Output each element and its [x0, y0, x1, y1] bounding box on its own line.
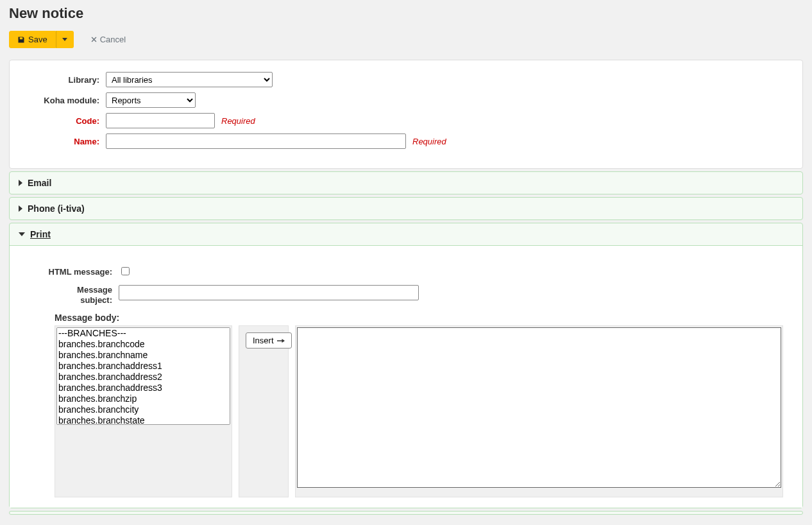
message-body-layout: ---BRANCHES---branches.branchcodebranche…: [55, 325, 783, 497]
accordion-email-header[interactable]: Email: [10, 172, 802, 194]
field-list-option[interactable]: branches.branchstate: [57, 415, 230, 425]
name-required-hint: Required: [412, 137, 446, 146]
insert-button[interactable]: Insert: [246, 332, 292, 349]
field-list-option[interactable]: branches.branchzip: [57, 393, 230, 404]
accordion-email: Email: [9, 171, 803, 194]
library-select[interactable]: All libraries: [106, 72, 273, 87]
close-icon: [90, 36, 97, 43]
field-list-column: ---BRANCHES---branches.branchcodebranche…: [55, 325, 232, 497]
accordion-print-header[interactable]: Print: [10, 223, 802, 245]
cancel-button[interactable]: Cancel: [84, 31, 132, 47]
name-label: Name:: [22, 137, 99, 146]
chevron-right-icon: [19, 180, 22, 186]
chevron-down-icon: [19, 232, 25, 236]
message-body-label: Message body:: [55, 313, 783, 323]
accordion-next-peek: [9, 511, 803, 515]
accordion-phone: Phone (i-tiva): [9, 197, 803, 220]
notice-basic-fieldset: Library: All libraries Koha module: Repo…: [9, 60, 803, 169]
accordion-print: Print HTML message: Message subject: Mes…: [9, 223, 803, 508]
field-list-option[interactable]: branches.branchname: [57, 350, 230, 361]
library-label: Library:: [22, 75, 99, 85]
message-body-textarea[interactable]: [297, 327, 781, 488]
arrow-right-icon: [277, 338, 285, 344]
save-button-label: Save: [28, 35, 47, 44]
name-input[interactable]: [106, 133, 406, 149]
accordion-email-title: Email: [28, 178, 51, 188]
message-subject-label: Message subject:: [29, 285, 112, 305]
code-required-hint: Required: [221, 116, 255, 126]
field-list-option[interactable]: branches.branchcity: [57, 404, 230, 415]
code-label: Code:: [22, 116, 99, 126]
accordion-phone-title: Phone (i-tiva): [28, 203, 85, 214]
body-text-column: [295, 325, 783, 497]
field-list-option[interactable]: ---BRANCHES---: [57, 328, 230, 339]
html-message-label: HTML message:: [29, 265, 112, 277]
module-label: Koha module:: [22, 96, 99, 105]
field-list-option[interactable]: branches.branchaddress3: [57, 383, 230, 393]
html-message-checkbox[interactable]: [121, 267, 130, 275]
save-button-group: Save: [9, 31, 74, 48]
module-select[interactable]: Reports: [106, 92, 196, 108]
code-input[interactable]: [106, 113, 215, 128]
accordion-print-body: HTML message: Message subject: Message b…: [10, 245, 802, 508]
field-list-option[interactable]: branches.branchaddress2: [57, 372, 230, 383]
field-list-select[interactable]: ---BRANCHES---branches.branchcodebranche…: [56, 327, 230, 425]
message-subject-input[interactable]: [119, 285, 419, 300]
chevron-right-icon: [19, 205, 22, 212]
cancel-button-label: Cancel: [100, 35, 126, 44]
caret-down-icon: [62, 38, 67, 41]
field-list-option[interactable]: branches.branchaddress1: [57, 361, 230, 372]
insert-column: Insert: [239, 325, 289, 497]
insert-button-label: Insert: [253, 336, 274, 345]
accordion-phone-header[interactable]: Phone (i-tiva): [10, 198, 802, 219]
page-title: New notice: [9, 5, 803, 22]
accordion-print-title: Print: [30, 229, 51, 239]
save-icon: [17, 36, 25, 44]
save-dropdown-toggle[interactable]: [56, 31, 74, 48]
field-list-option[interactable]: branches.branchcode: [57, 339, 230, 350]
toolbar: Save Cancel: [9, 31, 803, 48]
save-button[interactable]: Save: [9, 31, 56, 48]
